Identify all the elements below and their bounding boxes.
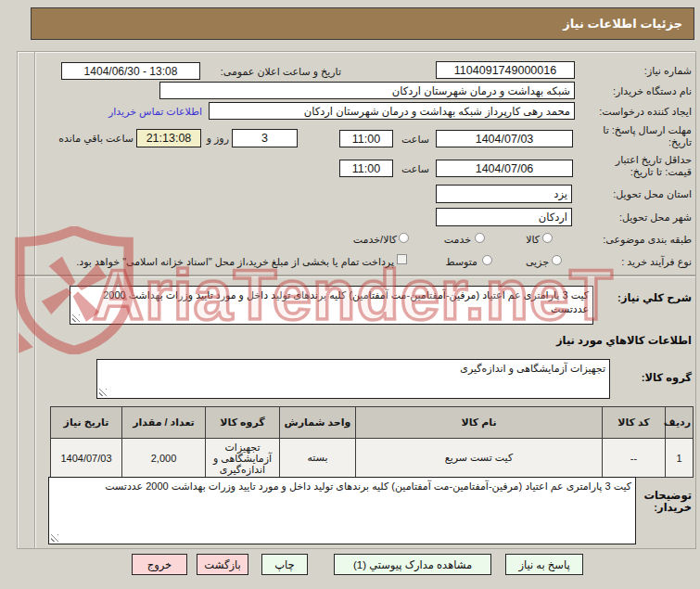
countdown-days-label: روز و <box>207 133 229 145</box>
province-field[interactable]: یزد <box>436 185 572 203</box>
need-number-field[interactable]: 1104091749000016 <box>436 61 575 79</box>
process-radio-medium[interactable] <box>482 255 492 265</box>
treasury-checkbox-label: پرداخت تمام یا بخشی از مبلغ خرید،از محل … <box>76 256 394 268</box>
buyer-notes-value: کیت 3 پارامتری عم اعتیاد (مرفین-آمفتامین… <box>105 480 631 492</box>
buyer-org-field[interactable]: شبکه بهداشت و درمان شهرستان اردکان <box>159 82 575 99</box>
goods-table: ردیف کد کالا نام کالا واحد شمارش گروه کا… <box>51 406 694 478</box>
resize-grip-icon[interactable] <box>51 534 58 542</box>
validity-label: حداقل تاریخ اعتبار قیمت: تا تاریخ: <box>599 154 692 178</box>
page-title: جزئیات اطلاعات نیاز <box>563 17 682 31</box>
panel-inner-border <box>34 52 35 548</box>
cell-need-date: 1404/07/03 <box>51 439 122 478</box>
col-header-quantity: تعداد / مقدار <box>122 407 206 439</box>
cell-item-name: کیت تست سریع <box>356 439 603 478</box>
process-radio-minor[interactable] <box>552 255 562 265</box>
province-label: استان محل تحویل: <box>613 188 692 200</box>
goods-group-label: گروه کالا: <box>642 372 692 384</box>
goods-group-field[interactable]: تجهیزات آزمایشگاهی و اندازه‌گیری <box>96 359 610 399</box>
buyer-notes-label: توضیحات خریدار: <box>634 490 692 514</box>
category-label: طبقه بندی موضوعی: <box>603 234 692 246</box>
cell-item-code: -- <box>603 439 666 478</box>
deadline-date-field[interactable]: 1404/07/03 <box>436 130 573 147</box>
creator-field[interactable]: محمد رهی کارپرداز شبکه بهداشت و درمان شه… <box>209 102 575 120</box>
countdown-suffix-label: ساعت باقي مانده <box>58 133 134 145</box>
buyer-org-value: شبکه بهداشت و درمان شهرستان اردکان <box>392 84 570 97</box>
process-option-medium: متوسط <box>445 256 477 268</box>
announce-field[interactable]: 1404/06/30 - 13:08 <box>61 62 200 80</box>
city-value: اردکان <box>539 211 567 224</box>
deadline-label: مهلت ارسال پاسخ: تا تاریخ: <box>593 124 692 148</box>
goods-group-value: تجهیزات آزمایشگاهی و اندازه‌گیری <box>460 363 605 374</box>
buyer-contact-link[interactable]: اطلاعات تماس خریدار <box>108 106 202 118</box>
announce-value: 1404/06/30 - 13:08 <box>84 65 178 78</box>
validity-date-field[interactable]: 1404/07/06 <box>436 160 573 177</box>
creator-label: ایجاد کننده درخواست: <box>599 106 692 118</box>
category-radio-goods[interactable] <box>542 233 553 243</box>
cell-group: تجهیزات آزمایشگاهی و اندازه‌گیری <box>206 439 280 478</box>
deadline-time-value: 11:00 <box>352 133 380 146</box>
description-textarea[interactable]: کیت 3 پارامتری عم اعتیاد (مرفین-آمفتامین… <box>70 286 593 325</box>
creator-value: محمد رهی کارپرداز شبکه بهداشت و درمان شه… <box>304 105 570 118</box>
resize-grip-icon[interactable] <box>99 389 107 396</box>
col-header-unit: واحد شمارش <box>280 407 356 439</box>
goods-table-row: 1 -- کیت تست سریع بسته تجهیزات آزمایشگاه… <box>51 439 694 478</box>
process-label: نوع فرآیند خرید : <box>621 256 692 268</box>
countdown-days-field: 3 <box>232 129 298 147</box>
category-radio-service[interactable] <box>475 233 485 243</box>
col-header-item-name: نام کالا <box>356 407 603 439</box>
cell-row-number: 1 <box>666 439 694 478</box>
announce-label: تاریخ و ساعت اعلان عمومی: <box>221 66 341 78</box>
description-label: شرح کلي نیاز: <box>617 292 692 304</box>
category-radio-goods-service[interactable] <box>399 233 409 243</box>
col-header-row-number: ردیف <box>666 407 694 439</box>
cell-quantity: 2,000 <box>122 439 206 478</box>
countdown-time-field: 21:13:08 <box>136 129 201 147</box>
validity-time-field[interactable]: 11:00 <box>339 160 393 177</box>
countdown-time-value: 21:13:08 <box>146 132 192 145</box>
category-option-goods: کالا <box>526 234 540 246</box>
resize-grip-icon[interactable] <box>72 314 80 322</box>
respond-button[interactable]: پاسخ به نیاز <box>505 554 583 575</box>
col-header-need-date: تاریخ نیاز <box>51 407 122 439</box>
validity-time-value: 11:00 <box>352 162 380 175</box>
col-header-item-code: کد کالا <box>603 407 666 439</box>
window-title-bar: جزئیات اطلاعات نیاز <box>31 7 694 40</box>
deadline-date-value: 1404/07/03 <box>476 133 534 146</box>
validity-hour-label: ساعت <box>401 163 429 175</box>
treasury-checkbox[interactable] <box>397 254 407 264</box>
category-option-goods-service: کالا/خدمت <box>353 234 397 246</box>
deadline-hour-label: ساعت <box>401 134 429 146</box>
buyer-notes-textarea[interactable]: کیت 3 پارامتری عم اعتیاد (مرفین-آمفتامین… <box>48 477 636 544</box>
process-option-minor: جزیی <box>526 256 549 268</box>
validity-date-value: 1404/07/06 <box>476 162 534 175</box>
buyer-org-label: نام دستگاه خریدار: <box>613 85 692 97</box>
goods-section-title: اطلاعات کالاهاي مورد نیاز <box>556 335 692 347</box>
category-option-service: خدمت <box>444 234 471 246</box>
province-value: یزد <box>554 187 567 200</box>
city-label: شهر محل تحویل: <box>619 211 692 224</box>
need-number-value: 1104091749000016 <box>454 64 556 77</box>
back-button[interactable]: بازگشت <box>197 554 248 575</box>
col-header-group: گروه کالا <box>206 407 280 439</box>
cell-unit: بسته <box>280 439 356 478</box>
city-field[interactable]: اردکان <box>436 208 572 226</box>
goods-table-header-row: ردیف کد کالا نام کالا واحد شمارش گروه کا… <box>51 407 694 439</box>
need-number-label: شماره نیاز: <box>644 65 692 77</box>
section-divider <box>18 275 695 276</box>
view-attachments-button[interactable]: مشاهده مدارک پیوستي (1) <box>334 554 491 575</box>
countdown-days-value: 3 <box>261 132 268 145</box>
page: { "header": { "title": "جزئیات اطلاعات ن… <box>0 0 700 589</box>
print-button[interactable]: چاپ <box>261 554 308 575</box>
deadline-time-field[interactable]: 11:00 <box>339 130 393 147</box>
exit-button[interactable]: خروج <box>132 554 187 575</box>
description-value: کیت 3 پارامتری عم اعتیاد (مرفین-آمفتامین… <box>103 289 589 314</box>
